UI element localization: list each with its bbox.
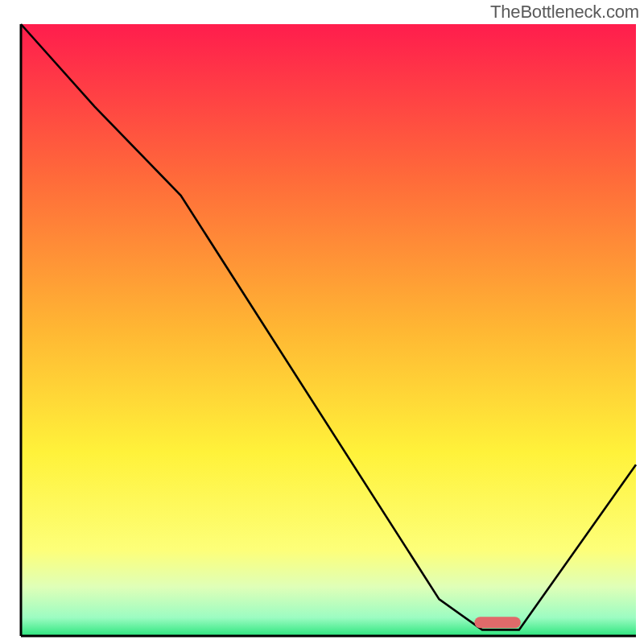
chart-container: TheBottleneck.com: [0, 0, 644, 644]
optimal-range-marker: [474, 617, 520, 628]
plot-background: [21, 24, 636, 636]
chart-svg: [0, 0, 644, 644]
watermark-text: TheBottleneck.com: [490, 2, 639, 23]
